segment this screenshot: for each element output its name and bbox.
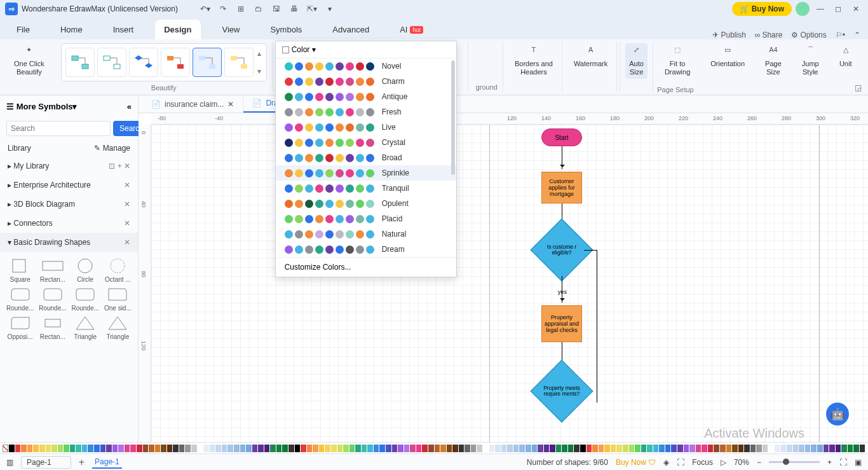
- color-swatch[interactable]: [702, 445, 707, 452]
- undo-button[interactable]: ↶▾: [198, 2, 212, 16]
- color-swatch[interactable]: [665, 445, 671, 452]
- color-swatch[interactable]: [173, 445, 179, 452]
- theme-style-6[interactable]: [224, 48, 254, 77]
- color-swatch[interactable]: [410, 445, 416, 452]
- fullscreen-icon[interactable]: ⛶: [677, 458, 684, 467]
- color-swatch[interactable]: [562, 445, 567, 452]
- fit-page-icon[interactable]: ⛶: [839, 458, 847, 467]
- color-swatch[interactable]: [629, 445, 635, 452]
- color-swatch[interactable]: [203, 445, 209, 452]
- color-theme-sprinkle[interactable]: Sprinkle: [276, 165, 456, 181]
- color-swatch[interactable]: [100, 445, 106, 452]
- shape-palette-item[interactable]: Rectan...: [37, 257, 67, 283]
- shape-palette-item[interactable]: Square: [5, 257, 35, 283]
- tab-close-icon[interactable]: ✕: [227, 100, 234, 109]
- redo-button[interactable]: ↷: [216, 2, 230, 16]
- color-swatch[interactable]: [149, 445, 154, 452]
- color-theme-placid[interactable]: Placid: [276, 211, 456, 226]
- color-swatch[interactable]: [860, 445, 865, 452]
- color-theme-natural[interactable]: Natural: [276, 226, 456, 242]
- color-swatch[interactable]: [635, 445, 641, 452]
- lib-my-library[interactable]: ▸ My Library⊡ + ✕: [0, 156, 138, 176]
- shape-palette-item[interactable]: Triangle: [71, 314, 100, 340]
- color-swatch[interactable]: [841, 445, 847, 452]
- fit-width-icon[interactable]: ▣: [855, 458, 862, 467]
- connector-branch-2[interactable]: [597, 250, 597, 403]
- shape-palette-item[interactable]: Circle: [71, 257, 100, 283]
- color-swatch[interactable]: [684, 445, 689, 452]
- sidebar-more-symbols[interactable]: ☰ More Symbols▾ «: [0, 95, 138, 117]
- menu-home[interactable]: Home: [51, 20, 92, 39]
- color-swatch[interactable]: [647, 445, 653, 452]
- color-swatch[interactable]: [198, 445, 203, 452]
- color-swatch[interactable]: [416, 445, 422, 452]
- color-swatch[interactable]: [623, 445, 628, 452]
- drawing-canvas[interactable]: Start Customer applies for mortgage Is c…: [151, 125, 868, 442]
- options-button[interactable]: ⚙ Options: [791, 31, 826, 39]
- color-theme-dropdown[interactable]: Color ▾ NovelCharmAntiqueFreshLiveCrysta…: [275, 41, 457, 277]
- theme-style-4[interactable]: [161, 48, 190, 77]
- color-swatch[interactable]: [276, 445, 282, 452]
- color-swatch[interactable]: [477, 445, 482, 452]
- collapse-ribbon-button[interactable]: ⌃: [854, 31, 860, 39]
- sidebar-collapse-icon[interactable]: «: [127, 102, 132, 111]
- color-swatch[interactable]: [125, 445, 130, 452]
- menu-ai[interactable]: AIhot: [391, 20, 432, 39]
- no-fill-swatch[interactable]: [3, 445, 8, 452]
- maximize-button[interactable]: ◻: [831, 2, 845, 16]
- gallery-up-button[interactable]: ▴: [257, 49, 261, 58]
- share-button[interactable]: ∞ Share: [755, 31, 783, 39]
- color-swatch[interactable]: [720, 445, 726, 452]
- lib-3d-block[interactable]: ▸ 3D Block Diagram✕: [0, 195, 138, 214]
- orientation-button[interactable]: ▭Orientation: [707, 43, 749, 71]
- shape-palette-item[interactable]: Octant ...: [103, 257, 133, 283]
- color-theme-live[interactable]: Live: [276, 120, 456, 135]
- menu-insert[interactable]: Insert: [104, 20, 143, 39]
- user-avatar[interactable]: [796, 2, 810, 16]
- auto-size-button[interactable]: ⤢Auto Size: [625, 43, 648, 79]
- color-swatch[interactable]: [781, 445, 787, 452]
- page-size-button[interactable]: A4Page Size: [761, 43, 785, 79]
- color-swatch[interactable]: [51, 445, 57, 452]
- color-swatch[interactable]: [513, 445, 519, 452]
- shape-apply[interactable]: Customer applies for mortgage: [541, 172, 582, 204]
- color-swatch[interactable]: [611, 445, 616, 452]
- color-swatch[interactable]: [793, 445, 799, 452]
- customize-colors-button[interactable]: Customize Colors...: [276, 257, 456, 277]
- color-swatch[interactable]: [64, 445, 69, 452]
- publish-button[interactable]: ✈ Publish: [712, 31, 745, 39]
- color-swatch[interactable]: [21, 445, 27, 452]
- shape-palette-item[interactable]: Rounde...: [5, 286, 35, 312]
- color-theme-tranquil[interactable]: Tranquil: [276, 181, 456, 196]
- shape-palette-item[interactable]: Opposi...: [5, 314, 35, 340]
- color-swatch[interactable]: [519, 445, 525, 452]
- tab-insurance[interactable]: 📄 insurance claim... ✕: [142, 96, 243, 113]
- color-swatch[interactable]: [568, 445, 574, 452]
- canvas-viewport[interactable]: -80-400401201401601802002202402602803003…: [139, 113, 868, 442]
- color-swatch[interactable]: [507, 445, 513, 452]
- color-swatch[interactable]: [799, 445, 804, 452]
- one-click-beautify-button[interactable]: ✦ One Click Beautify: [10, 43, 48, 79]
- new-button[interactable]: ⊞: [234, 2, 248, 16]
- color-swatch[interactable]: [222, 445, 227, 452]
- layers-icon[interactable]: ◈: [663, 458, 669, 467]
- color-swatch[interactable]: [829, 445, 835, 452]
- color-swatch[interactable]: [88, 445, 93, 452]
- color-swatch[interactable]: [319, 445, 325, 452]
- color-theme-broad[interactable]: Broad: [276, 150, 456, 165]
- color-swatch[interactable]: [659, 445, 665, 452]
- color-swatch[interactable]: [836, 445, 841, 452]
- color-swatch[interactable]: [744, 445, 750, 452]
- page-selector[interactable]: Page-1: [21, 456, 71, 469]
- color-swatch[interactable]: [295, 445, 301, 452]
- color-swatch[interactable]: [27, 445, 33, 452]
- color-swatch[interactable]: [805, 445, 811, 452]
- color-swatch[interactable]: [264, 445, 270, 452]
- watermark-button[interactable]: AWatermark: [570, 43, 611, 71]
- unit-button[interactable]: △Unit: [836, 43, 856, 71]
- color-swatch[interactable]: [106, 445, 112, 452]
- theme-style-1[interactable]: [65, 48, 95, 77]
- jump-style-button[interactable]: ⌒Jump Style: [798, 43, 823, 79]
- theme-style-3[interactable]: [129, 48, 158, 77]
- shape-eligible[interactable]: Is custome r eligible?: [539, 228, 584, 272]
